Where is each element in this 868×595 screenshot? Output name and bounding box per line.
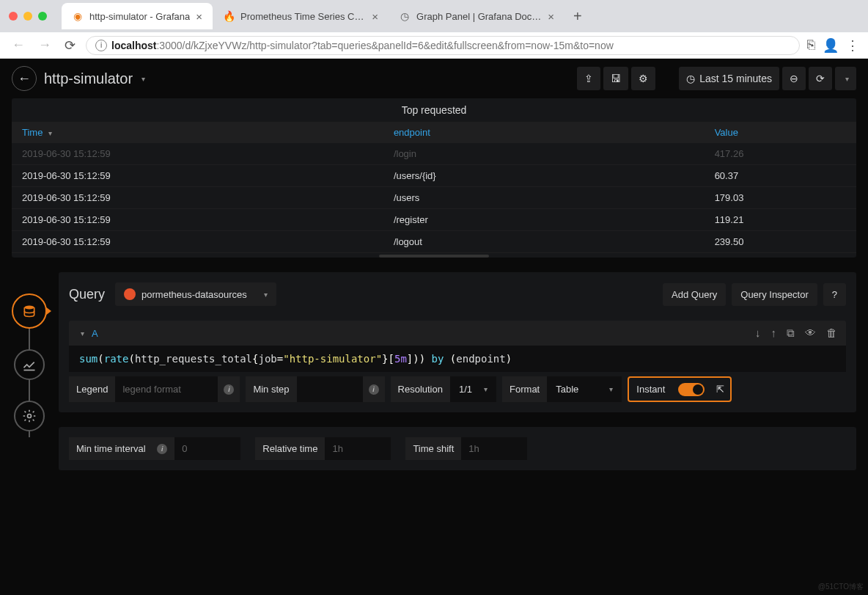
time-range-text: Last 15 minutes: [699, 73, 772, 84]
edit-nav-rail: [12, 293, 47, 452]
settings-button[interactable]: ⚙: [631, 67, 655, 90]
back-button[interactable]: ←: [9, 34, 28, 56]
zoom-out-button[interactable]: ⊖: [782, 67, 806, 90]
doc-favicon: ◷: [399, 10, 411, 22]
tab-title: http-simulator - Grafana: [89, 11, 190, 22]
url-field[interactable]: i localhost:3000/d/kZjxeYVWz/http-simula…: [86, 36, 800, 55]
back-to-dashboard-button[interactable]: ←: [12, 66, 37, 91]
site-info-icon[interactable]: i: [95, 40, 107, 51]
url-host: localhost: [111, 40, 156, 51]
query-row-a: ▾ A ↓ ↑ ⧉ 👁 🗑 sum(rate(http_requests_tot…: [69, 321, 846, 402]
query-section-title: Query: [69, 287, 105, 302]
panel-resize-handle[interactable]: [379, 255, 489, 258]
instant-label: Instant: [629, 378, 672, 401]
time-shift-input[interactable]: [461, 437, 527, 460]
refresh-interval-dropdown[interactable]: ▾: [835, 67, 856, 90]
data-table: Time ▾ endpoint Value 2019-06-30 15:12:5…: [12, 122, 856, 253]
legend-label: Legend: [69, 376, 115, 402]
browser-tab-3[interactable]: ◷ Graph Panel | Grafana Docume ×: [389, 3, 564, 29]
info-icon[interactable]: i: [157, 444, 167, 454]
panel-title: Top requested: [12, 98, 856, 122]
table-row[interactable]: 2019-06-30 15:12:59/users/{id}60.37: [12, 165, 856, 187]
chevron-down-icon: ▾: [141, 75, 145, 83]
grafana-header: ← http-simulator ▾ ⇪ 🖫 ⚙ ◷ Last 15 minut…: [0, 59, 868, 98]
queries-tab-button[interactable]: [12, 293, 47, 329]
browser-tab-2[interactable]: 🔥 Prometheus Time Series Colle ×: [213, 3, 389, 29]
forward-button[interactable]: →: [35, 34, 54, 56]
translate-icon[interactable]: ⎘: [807, 37, 815, 53]
watermark: @51CTO博客: [818, 582, 864, 592]
table-panel: Top requested Time ▾ endpoint Value 2019…: [12, 98, 856, 258]
query-expression-input[interactable]: sum(rate(http_requests_total{job="http-s…: [69, 346, 846, 372]
close-window-button[interactable]: [9, 12, 18, 21]
col-time[interactable]: Time ▾: [12, 122, 383, 143]
refresh-button[interactable]: ⟳: [809, 67, 832, 90]
prometheus-icon: [124, 288, 136, 300]
info-icon[interactable]: i: [369, 384, 379, 395]
query-inspector-button[interactable]: Query Inspector: [732, 283, 817, 306]
datasource-name: pormetheus-datasources: [141, 289, 247, 300]
table-row[interactable]: 2019-06-30 15:12:59/register119.21: [12, 209, 856, 231]
format-label: Format: [502, 376, 547, 402]
minimize-window-button[interactable]: [23, 12, 32, 21]
minstep-label: Min step: [246, 376, 296, 402]
clock-icon: ◷: [686, 73, 695, 84]
minstep-input[interactable]: [297, 376, 363, 402]
table-row[interactable]: 2019-06-30 15:12:59/users179.03: [12, 187, 856, 209]
menu-icon[interactable]: ⋮: [846, 37, 859, 54]
browser-tab-1[interactable]: ◉ http-simulator - Grafana ×: [62, 3, 213, 29]
svg-point-0: [24, 306, 34, 310]
share-button[interactable]: ⇪: [577, 67, 600, 90]
new-tab-button[interactable]: +: [564, 8, 591, 25]
time-options-panel: Min time interval i Relative time Time s…: [59, 427, 856, 470]
maximize-window-button[interactable]: [38, 12, 47, 21]
browser-tab-strip: ◉ http-simulator - Grafana × 🔥 Prometheu…: [0, 0, 868, 32]
reload-button[interactable]: ⟳: [62, 34, 78, 56]
table-row[interactable]: 2019-06-30 15:12:59/logout239.50: [12, 231, 856, 253]
url-path: :3000/d/kZjxeYVWz/http-simulator?tab=que…: [156, 40, 613, 51]
prometheus-favicon: 🔥: [223, 10, 235, 22]
add-query-button[interactable]: Add Query: [663, 283, 726, 306]
chevron-down-icon: ▾: [264, 291, 268, 299]
query-help-button[interactable]: ?: [823, 283, 846, 306]
relative-time-input[interactable]: [325, 437, 391, 460]
delete-query-icon[interactable]: 🗑: [826, 326, 837, 340]
close-tab-icon[interactable]: ×: [548, 10, 554, 23]
query-letter: A: [92, 328, 98, 339]
resolution-select[interactable]: 1/1▾: [450, 376, 496, 402]
dashboard-title: http-simulator: [44, 70, 133, 87]
move-down-icon[interactable]: ↓: [755, 326, 761, 340]
query-editor-panel: Query pormetheus-datasources ▾ Add Query…: [59, 272, 856, 412]
min-interval-label: Min time interval i: [69, 437, 174, 460]
datasource-picker[interactable]: pormetheus-datasources ▾: [115, 282, 276, 306]
min-interval-input[interactable]: [174, 437, 240, 460]
resolution-label: Resolution: [391, 376, 450, 402]
svg-point-1: [28, 415, 32, 418]
info-icon[interactable]: i: [224, 384, 234, 395]
save-button[interactable]: 🖫: [603, 67, 628, 90]
address-bar: ← → ⟳ i localhost:3000/d/kZjxeYVWz/http-…: [0, 32, 868, 59]
account-icon[interactable]: 👤: [823, 37, 839, 54]
close-tab-icon[interactable]: ×: [372, 10, 378, 23]
collapse-query-icon[interactable]: ▾: [81, 329, 84, 337]
external-link-icon[interactable]: ⇱: [716, 384, 724, 395]
instant-toggle[interactable]: [678, 383, 705, 396]
time-range-picker[interactable]: ◷ Last 15 minutes: [679, 67, 779, 90]
table-row[interactable]: 2019-06-30 15:12:59/login417.26: [12, 143, 856, 165]
duplicate-query-icon[interactable]: ⧉: [787, 326, 795, 340]
tab-title: Prometheus Time Series Colle: [240, 11, 366, 22]
move-up-icon[interactable]: ↑: [771, 326, 777, 340]
toggle-visibility-icon[interactable]: 👁: [805, 326, 816, 340]
relative-time-label: Relative time: [255, 437, 325, 460]
visualization-tab-button[interactable]: [14, 349, 45, 380]
col-value[interactable]: Value: [705, 122, 856, 143]
window-controls: [9, 12, 47, 21]
format-select[interactable]: Table▾: [547, 376, 622, 402]
col-endpoint[interactable]: endpoint: [383, 122, 705, 143]
general-tab-button[interactable]: [14, 401, 45, 431]
close-tab-icon[interactable]: ×: [196, 10, 202, 23]
tab-title: Graph Panel | Grafana Docume: [416, 11, 542, 22]
dashboard-title-dropdown[interactable]: http-simulator ▾: [44, 70, 145, 87]
time-shift-label: Time shift: [405, 437, 461, 460]
legend-input[interactable]: [115, 376, 218, 402]
